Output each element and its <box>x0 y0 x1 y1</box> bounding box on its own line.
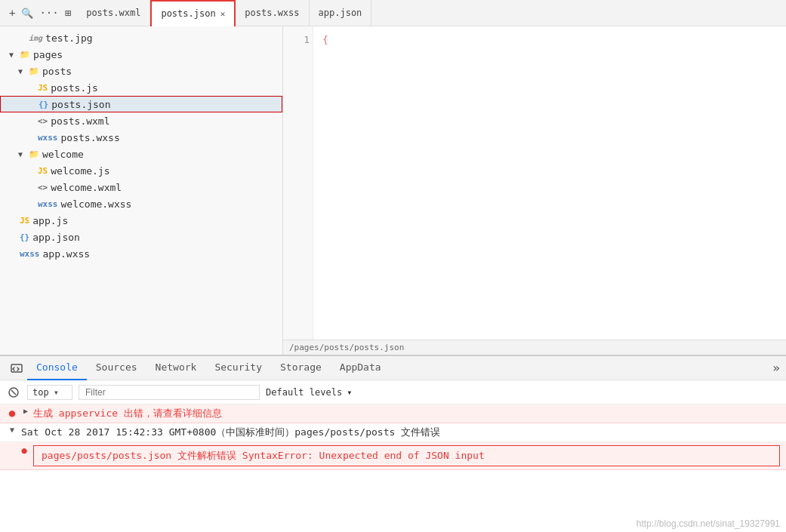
tree-item-welcome-wxss[interactable]: wxss welcome.wxss <box>0 195 282 212</box>
devtools-tab-storage[interactable]: Storage <box>271 356 331 380</box>
console-error-detail-text: pages/posts/posts.json 文件解析错误 SyntaxErro… <box>42 450 485 461</box>
wxss-icon: wxss <box>38 199 58 209</box>
console-row-error-detail[interactable]: ● pages/posts/posts.json 文件解析错误 SyntaxEr… <box>0 442 786 470</box>
tree-item-welcome-wxml[interactable]: <> welcome.wxml <box>0 179 282 195</box>
level-value: Default levels <box>266 387 342 398</box>
tab-bar-left: + 🔍 ··· ⊞ <box>3 7 77 19</box>
devtools-tab-network[interactable]: Network <box>146 356 206 380</box>
file-label: posts.wxml <box>51 115 109 127</box>
file-label: welcome.wxml <box>51 182 122 193</box>
tree-item-pages[interactable]: ▼ 📁 pages <box>0 46 282 63</box>
file-label: welcome.wxss <box>61 198 132 210</box>
devtools-toolbar: top ▾ Default levels ▾ <box>0 380 786 404</box>
folder-icon: 📁 <box>20 50 30 60</box>
img-icon: img <box>29 34 42 42</box>
file-label: app.js <box>32 215 68 226</box>
search-icon[interactable]: 🔍 <box>21 8 33 19</box>
devtools-tab-bar: Console Sources Network Security Storage… <box>0 356 786 380</box>
add-icon[interactable]: + <box>9 7 15 19</box>
tab-posts-json[interactable]: posts.json ✕ <box>150 0 236 26</box>
split-icon[interactable]: ⊞ <box>65 7 71 19</box>
error-small-icon: ● <box>18 445 30 456</box>
devtools-tab-console[interactable]: Console <box>27 356 87 380</box>
tab-close-btn[interactable]: ✕ <box>220 9 226 19</box>
error-icon: ● <box>6 407 18 419</box>
wxss-icon: wxss <box>20 249 40 259</box>
tab-label: Security <box>214 361 262 373</box>
tab-label: Storage <box>280 361 322 373</box>
js-icon: JS <box>38 166 48 176</box>
file-label: posts.json <box>51 99 110 110</box>
arrow-open: ▼ <box>9 51 20 59</box>
editor-content: 1 { <box>283 26 786 340</box>
tree-item-posts-wxss[interactable]: wxss posts.wxss <box>0 129 282 146</box>
file-tree: img test.jpg ▼ 📁 pages ▼ 📁 posts <box>0 26 282 355</box>
arrow-open: ▼ <box>18 67 29 75</box>
wxml-icon: <> <box>38 183 48 192</box>
devtools-more-btn[interactable]: » <box>772 361 780 375</box>
file-label: app.wxss <box>43 248 91 260</box>
folder-icon: 📁 <box>29 66 39 76</box>
level-select[interactable]: Default levels ▾ <box>266 387 352 398</box>
expand-arrow-icon: ▶ <box>21 407 30 415</box>
tab-label: app.json <box>319 8 362 18</box>
file-label: posts.js <box>51 82 98 94</box>
tab-label: posts.wxss <box>245 8 299 18</box>
tree-item-welcome-folder[interactable]: ▼ 📁 welcome <box>0 146 282 162</box>
file-label: app.json <box>32 232 80 243</box>
folder-label: welcome <box>42 149 84 160</box>
tree-item-app-json[interactable]: {} app.json <box>0 229 282 245</box>
watermark: http://blog.csdn.net/sinat_19327991 <box>637 518 780 529</box>
status-path: /pages/posts/posts.json <box>289 343 404 352</box>
error-detail-box: pages/posts/posts.json 文件解析错误 SyntaxErro… <box>33 445 780 466</box>
file-label: welcome.js <box>51 165 109 177</box>
tree-item-test-jpg[interactable]: img test.jpg <box>0 29 282 46</box>
tree-item-posts-json[interactable]: {} posts.json <box>0 96 282 112</box>
tree-item-posts-wxml[interactable]: <> posts.wxml <box>0 112 282 129</box>
console-row-error-1[interactable]: ● ▶ 生成 appservice 出错，请查看详细信息 <box>0 404 786 423</box>
tab-posts-wxss[interactable]: posts.wxss <box>236 0 309 26</box>
sidebar: img test.jpg ▼ 📁 pages ▼ 📁 posts <box>0 26 283 355</box>
line-numbers: 1 <box>283 26 313 340</box>
devtools-tab-security[interactable]: Security <box>205 356 271 380</box>
tab-posts-wxml[interactable]: posts.wxml <box>77 0 150 26</box>
context-value: top <box>32 387 49 398</box>
devtools-tab-sources[interactable]: Sources <box>87 356 146 380</box>
js-icon: JS <box>20 216 29 226</box>
line-number-1: 1 <box>286 32 310 48</box>
tab-label: Sources <box>96 361 137 373</box>
tree-item-posts-js[interactable]: JS posts.js <box>0 79 282 96</box>
tab-label: Console <box>36 361 78 373</box>
tree-item-app-js[interactable]: JS app.js <box>0 212 282 229</box>
expand-arrow-icon: ▼ <box>6 426 18 434</box>
tree-item-welcome-js[interactable]: JS welcome.js <box>0 162 282 179</box>
context-select[interactable]: top ▾ <box>27 385 72 400</box>
editor-code[interactable]: { <box>313 26 786 340</box>
filter-input[interactable] <box>79 385 260 400</box>
tree-item-app-wxss[interactable]: wxss app.wxss <box>0 245 282 262</box>
console-info-text-1: Sat Oct 28 2017 15:42:33 GMT+0800（中国标准时间… <box>21 426 780 439</box>
devtools-tab-appdata[interactable]: AppData <box>331 356 390 380</box>
status-bar: /pages/posts/posts.json <box>283 340 786 355</box>
file-label: posts.wxss <box>61 132 120 143</box>
devtools-icon[interactable] <box>6 358 27 379</box>
wxml-icon: <> <box>38 116 48 126</box>
file-label: test.jpg <box>45 32 93 44</box>
console-row-info-1[interactable]: ▼ Sat Oct 28 2017 15:42:33 GMT+0800（中国标准… <box>0 423 786 442</box>
tab-bar: + 🔍 ··· ⊞ posts.wxml posts.json ✕ posts.… <box>0 0 786 26</box>
more-icon[interactable]: ··· <box>39 7 58 19</box>
code-brace: { <box>322 34 328 45</box>
console-error-text-1: 生成 appservice 出错，请查看详细信息 <box>33 407 780 420</box>
folder-label: posts <box>42 66 72 77</box>
clear-console-btn[interactable] <box>6 385 21 400</box>
svg-line-2 <box>11 390 16 395</box>
editor: 1 { /pages/posts/posts.json <box>283 26 786 355</box>
folder-label: pages <box>33 49 63 60</box>
console-output: ● ▶ 生成 appservice 出错，请查看详细信息 ▼ Sat Oct 2… <box>0 404 786 532</box>
json-icon: {} <box>20 232 29 242</box>
tree-item-posts-folder[interactable]: ▼ 📁 posts <box>0 63 282 79</box>
main-area: img test.jpg ▼ 📁 pages ▼ 📁 posts <box>0 26 786 355</box>
devtools-panel: Console Sources Network Security Storage… <box>0 355 786 532</box>
tab-app-json[interactable]: app.json <box>310 0 372 26</box>
chevron-down-icon: ▾ <box>54 387 59 398</box>
